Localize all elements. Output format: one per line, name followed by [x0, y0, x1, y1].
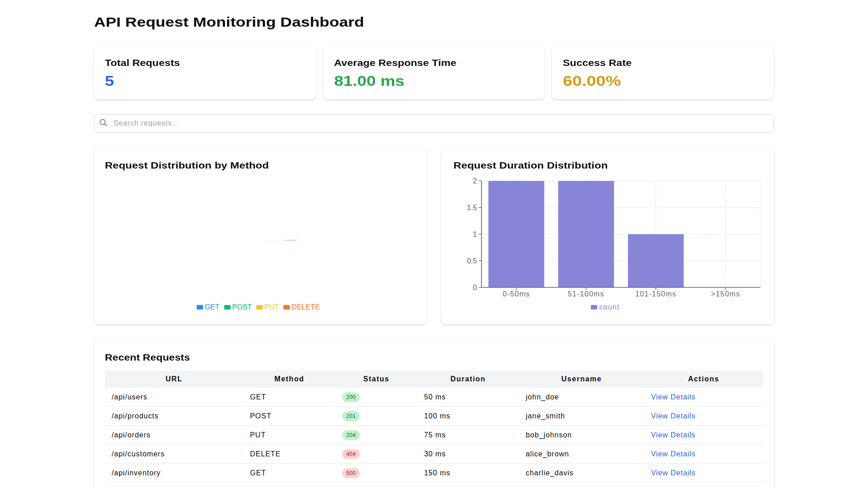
- svg-text:>150ms: >150ms: [711, 290, 741, 297]
- svg-text:101-150ms: 101-150ms: [635, 290, 676, 297]
- svg-text:51-100ms: 51-100ms: [568, 290, 604, 297]
- svg-text:1.5: 1.5: [467, 203, 477, 211]
- svg-text:0-50ms: 0-50ms: [503, 290, 530, 297]
- svg-text:1: 1: [473, 230, 477, 238]
- svg-text:0.5: 0.5: [467, 257, 477, 264]
- svg-text:0: 0: [473, 283, 477, 291]
- svg-text:2: 2: [473, 177, 477, 184]
